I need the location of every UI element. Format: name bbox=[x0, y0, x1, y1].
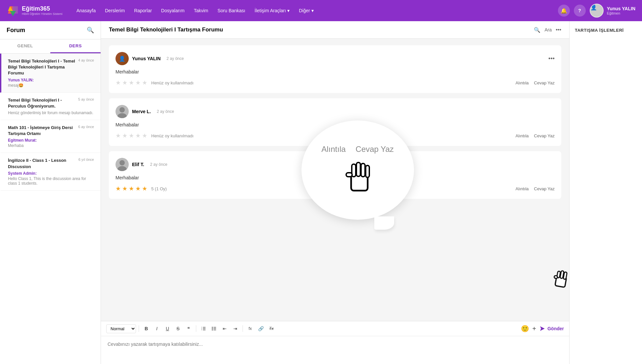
add-button[interactable]: + bbox=[532, 325, 536, 333]
nav-soru-bankasi[interactable]: Soru Bankası bbox=[213, 5, 249, 16]
star-2[interactable]: ★ bbox=[122, 79, 127, 86]
post-footer: ★ ★ ★ ★ ★ Henüz oy kullanılmadı Alıntıla… bbox=[115, 79, 555, 86]
toolbar-separator bbox=[196, 325, 196, 332]
nav-diger[interactable]: Diğer ▾ bbox=[295, 5, 317, 16]
svg-point-6 bbox=[119, 107, 125, 113]
post-author: Elif T. bbox=[132, 162, 144, 167]
formula-button[interactable]: fx bbox=[246, 324, 255, 333]
sidebar-title: Forum bbox=[7, 27, 25, 34]
reply-button[interactable]: Cevap Yaz bbox=[534, 133, 555, 138]
star-4[interactable]: ★ bbox=[135, 132, 141, 139]
nav-iletisim-araclari[interactable]: İletişim Araçları ▾ bbox=[251, 5, 294, 16]
nav-raporlar[interactable]: Raporlar bbox=[130, 5, 156, 16]
default-avatar-icon bbox=[115, 158, 129, 171]
sidebar-search-icon[interactable]: 🔍 bbox=[87, 26, 94, 34]
svg-marker-29 bbox=[540, 326, 545, 331]
rating-text: Henüz oy kullanılmadı bbox=[151, 80, 194, 85]
unordered-list-button[interactable] bbox=[209, 324, 219, 333]
star-2[interactable]: ★ bbox=[122, 132, 127, 139]
nav-anasayfa[interactable]: Anasayfa bbox=[72, 5, 100, 16]
quote-button[interactable]: Alıntıla bbox=[516, 80, 529, 85]
svg-point-27 bbox=[212, 328, 213, 329]
ordered-list-button[interactable]: 123 bbox=[199, 324, 208, 333]
link-button[interactable]: 🔗 bbox=[256, 324, 265, 333]
list-item[interactable]: Math 101 - İşletmeye Giriş Dersi Tartışm… bbox=[0, 120, 101, 153]
post-author: Yunus YALIN bbox=[132, 56, 160, 61]
list-item[interactable]: İngilizce II - Class 1 - Lesson Discussi… bbox=[0, 153, 101, 190]
nav-takvim[interactable]: Takvim bbox=[190, 5, 212, 16]
sidebar-header: Forum 🔍 bbox=[0, 21, 101, 39]
avatar bbox=[115, 105, 129, 118]
brand-name: Eğitim365 bbox=[22, 6, 63, 12]
send-button[interactable]: Gönder bbox=[539, 326, 564, 332]
quote-button[interactable]: Alıntıla bbox=[516, 186, 529, 191]
star-3[interactable]: ★ bbox=[129, 79, 134, 86]
post-user: 👤 Yunus YALIN 2 ay önce bbox=[115, 52, 184, 65]
post-actions: Alıntıla Cevap Yaz bbox=[516, 80, 555, 85]
sidebar-item-header: İngilizce II - Class 1 - Lesson Discussi… bbox=[8, 158, 94, 169]
star-2[interactable]: ★ bbox=[122, 185, 127, 192]
sidebar-tabs: GENEL DERS bbox=[0, 39, 101, 54]
format-select[interactable]: Normal bbox=[106, 324, 136, 333]
user-info: Yunus YALIN Eğitmen bbox=[607, 6, 635, 15]
help-button[interactable]: ? bbox=[574, 5, 586, 17]
star-1[interactable]: ★ bbox=[115, 185, 121, 192]
sidebar-item-author: Egitmen Murat: bbox=[8, 138, 94, 143]
reply-button[interactable]: Cevap Yaz bbox=[534, 80, 555, 85]
ordered-list-icon: 123 bbox=[201, 326, 206, 331]
star-5[interactable]: ★ bbox=[142, 185, 147, 192]
rating-text: Henüz oy kullanılmadı bbox=[151, 133, 194, 138]
toolbar-separator bbox=[139, 325, 139, 332]
user-role: Eğitmen bbox=[607, 11, 635, 15]
logo-icon bbox=[7, 4, 19, 17]
emoji-button[interactable]: 🙂 bbox=[521, 325, 529, 333]
right-panel: TARTIŞMA İŞLEMLERİ bbox=[569, 21, 642, 364]
svg-point-28 bbox=[212, 330, 213, 331]
indent-left-button[interactable]: ⇤ bbox=[220, 324, 229, 333]
post-more-icon[interactable]: ••• bbox=[548, 55, 555, 62]
indent-right-button[interactable]: ⇥ bbox=[231, 324, 240, 333]
star-3[interactable]: ★ bbox=[129, 132, 134, 139]
quote-button[interactable]: Alıntıla bbox=[516, 133, 529, 138]
star-4[interactable]: ★ bbox=[135, 79, 141, 86]
tab-genel[interactable]: GENEL bbox=[0, 39, 50, 53]
sidebar-item-time: 6 yıl önce bbox=[78, 158, 94, 161]
toolbar-right: 🙂 + Gönder bbox=[521, 325, 564, 333]
strikethrough-button[interactable]: S bbox=[173, 324, 183, 333]
star-5[interactable]: ★ bbox=[142, 132, 147, 139]
bold-button[interactable]: B bbox=[142, 324, 151, 333]
search-icon[interactable]: 🔍 bbox=[534, 27, 540, 33]
logo[interactable]: Eğitim365 Hibrit Öğretim Yönetim Sistemi bbox=[7, 4, 63, 17]
sidebar-item-title: Temel Bilgi Teknolojileri I - Temel Bilg… bbox=[8, 58, 75, 76]
star-1[interactable]: ★ bbox=[115, 132, 121, 139]
blockquote-button[interactable]: ❝ bbox=[184, 324, 193, 333]
post-header: Elif T. 2 ay önce bbox=[115, 158, 555, 171]
italic-button[interactable]: I bbox=[152, 324, 161, 333]
underline-button[interactable]: U bbox=[163, 324, 172, 333]
star-4[interactable]: ★ bbox=[135, 185, 141, 192]
post-author: Merve L. bbox=[132, 109, 151, 114]
star-1[interactable]: ★ bbox=[115, 79, 121, 86]
forum-header-actions: 🔍 Ara ••• bbox=[534, 27, 561, 33]
star-5[interactable]: ★ bbox=[142, 79, 147, 86]
star-3[interactable]: ★ bbox=[129, 185, 134, 192]
list-item[interactable]: Temel Bilgi Teknolojileri I - Perculus Ö… bbox=[0, 93, 101, 120]
main-layout: Forum 🔍 GENEL DERS Temel Bilgi Teknoloji… bbox=[0, 21, 642, 364]
avatar-image: 👤 bbox=[590, 4, 603, 11]
post-header: 👤 Yunus YALIN 2 ay önce ••• bbox=[115, 52, 555, 65]
user-area[interactable]: 👤 Yunus YALIN Eğitmen bbox=[590, 4, 635, 18]
posts-area: 👤 Yunus YALIN 2 ay önce ••• Merhabalar ★… bbox=[101, 39, 569, 321]
reply-button[interactable]: Cevap Yaz bbox=[534, 186, 555, 191]
list-item[interactable]: Temel Bilgi Teknolojileri I - Temel Bilg… bbox=[0, 54, 101, 93]
tab-ders[interactable]: DERS bbox=[50, 39, 101, 53]
post-body: Merhabalar bbox=[115, 69, 555, 74]
post-actions: Alıntıla Cevap Yaz bbox=[516, 186, 555, 191]
notification-bell-button[interactable]: 🔔 bbox=[558, 5, 570, 17]
nav-dosyalarim[interactable]: Dosyalarım bbox=[157, 5, 189, 16]
reply-input[interactable] bbox=[101, 336, 569, 363]
sidebar-item-preview: Henüz gönderilmiş bir forum mesajı bulun… bbox=[8, 111, 94, 115]
nav-derslerim[interactable]: Derslerim bbox=[101, 5, 129, 16]
more-options-icon[interactable]: ••• bbox=[556, 27, 561, 33]
right-panel-title: TARTIŞMA İŞLEMLERİ bbox=[575, 28, 637, 33]
clear-format-button[interactable]: Tx bbox=[267, 324, 276, 333]
